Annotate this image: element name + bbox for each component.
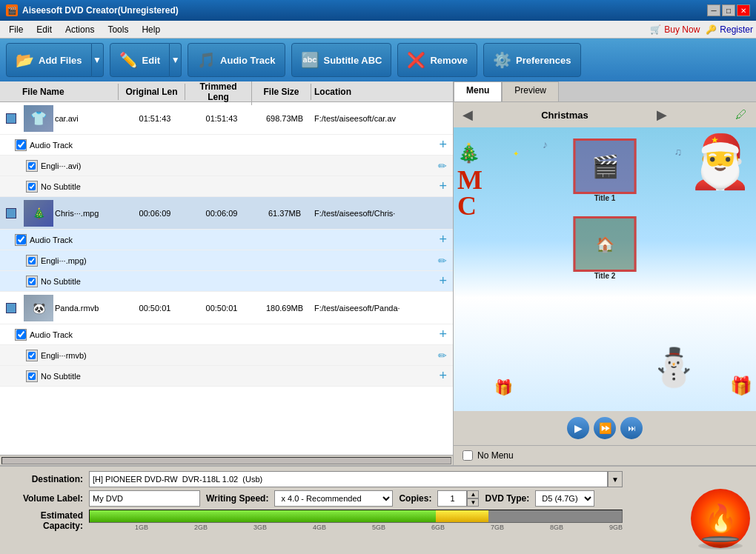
list-item[interactable]: Engli···.mpg) ✏ bbox=[0, 250, 453, 271]
add-subtitle-icon[interactable]: + bbox=[439, 178, 447, 194]
table-row[interactable]: 🐼 Panda.rmvb 00:50:01 00:50:01 180.69MB … bbox=[0, 292, 453, 324]
track-checkbox-icon[interactable] bbox=[15, 329, 27, 341]
edit-audio-icon[interactable]: ✏ bbox=[438, 255, 447, 267]
capacity-markers: 1GB 2GB 3GB 4GB 5GB 6GB 7GB 8GB 9GB bbox=[89, 524, 623, 531]
file-thumbnail: 👕 bbox=[24, 105, 53, 132]
menu-file[interactable]: File bbox=[3, 23, 29, 36]
list-item[interactable]: No Subtitle + bbox=[0, 271, 453, 292]
audio-track-label: Audio Track bbox=[30, 330, 439, 339]
writing-speed-select[interactable]: x 4.0 - Recommended bbox=[274, 490, 393, 507]
table-row[interactable]: 🎄 Chris···.mpg 00:06:09 00:06:09 61.37MB… bbox=[0, 197, 453, 230]
track-checkbox-icon[interactable] bbox=[15, 139, 27, 151]
file-name: car.avi bbox=[55, 114, 122, 123]
no-menu-checkbox[interactable] bbox=[462, 450, 473, 461]
list-item[interactable]: Audio Track + bbox=[0, 230, 453, 250]
app-icon: 🎬 bbox=[6, 4, 18, 16]
audio-track-icon: 🎵 bbox=[197, 51, 216, 69]
subtitle-checkbox-icon[interactable] bbox=[26, 370, 38, 382]
list-item[interactable]: Engli···.avi) ✏ bbox=[0, 156, 453, 176]
fast-forward-button[interactable]: ⏩ bbox=[594, 417, 616, 439]
gift-icon: 🎁 bbox=[730, 376, 752, 396]
writing-speed-wrapper: x 4.0 - Recommended bbox=[274, 490, 393, 507]
title-1-label: Title 1 bbox=[574, 194, 637, 202]
add-track-icon[interactable]: + bbox=[439, 327, 447, 342]
tab-menu[interactable]: Menu bbox=[454, 81, 502, 101]
sub-checkbox-icon[interactable] bbox=[26, 350, 38, 361]
menu-help[interactable]: Help bbox=[136, 23, 166, 36]
add-subtitle-icon[interactable]: + bbox=[439, 368, 447, 384]
menu-edit[interactable]: Edit bbox=[30, 23, 58, 36]
file-trimmed-len: 01:51:43 bbox=[188, 114, 255, 123]
edit-audio-icon[interactable]: ✏ bbox=[438, 160, 447, 172]
copies-input[interactable] bbox=[437, 490, 467, 507]
edit-menu-icon[interactable]: 🖊 bbox=[735, 108, 747, 121]
list-item[interactable]: No Subtitle + bbox=[0, 366, 453, 387]
close-button[interactable]: ✕ bbox=[737, 4, 750, 16]
copies-spin-buttons: ▲ ▼ bbox=[467, 490, 479, 507]
capacity-bar bbox=[89, 510, 623, 523]
file-list-body[interactable]: 👕 car.avi 01:51:43 01:51:43 698.73MB F:/… bbox=[0, 102, 453, 455]
list-item[interactable]: Engli···rmvb) ✏ bbox=[0, 345, 453, 366]
table-row[interactable]: 👕 car.avi 01:51:43 01:51:43 698.73MB F:/… bbox=[0, 102, 453, 135]
add-files-arrow[interactable]: ▼ bbox=[92, 43, 104, 77]
destination-input[interactable] bbox=[89, 471, 608, 487]
register-button[interactable]: 🔑 Register bbox=[706, 24, 753, 35]
burn-icon-container[interactable]: 🔥 bbox=[691, 489, 750, 548]
destination-dropdown-arrow[interactable]: ▼ bbox=[608, 471, 623, 487]
horizontal-scrollbar[interactable] bbox=[0, 455, 453, 465]
cap-marker-4gb: 4GB bbox=[267, 524, 326, 531]
edit-button[interactable]: ✏️ Edit bbox=[110, 43, 170, 77]
subtitle-checkbox-icon[interactable] bbox=[26, 276, 38, 287]
toolbar: 📂 Add Files ▼ ✏️ Edit ▼ 🎵 Audio Track 🔤 … bbox=[0, 39, 756, 81]
add-subtitle-icon[interactable]: + bbox=[439, 273, 447, 289]
hscroll-track[interactable] bbox=[1, 457, 451, 464]
tab-preview[interactable]: Preview bbox=[502, 81, 559, 101]
file-location: F:/test/aiseesoft/car.av bbox=[314, 114, 453, 123]
add-track-icon[interactable]: + bbox=[439, 137, 447, 153]
volume-label-input[interactable] bbox=[89, 490, 200, 507]
add-track-icon[interactable]: + bbox=[439, 232, 447, 247]
menu-title: Christmas bbox=[541, 110, 588, 121]
dvd-type-select[interactable]: D5 (4.7G) bbox=[535, 490, 594, 507]
preview-nav: ◀ Christmas ▶ 🖊 bbox=[454, 102, 756, 127]
prev-arrow[interactable]: ◀ bbox=[462, 107, 473, 123]
list-item[interactable]: No Subtitle + bbox=[0, 176, 453, 197]
row-drag-icon bbox=[0, 208, 22, 218]
minimize-button[interactable]: ─ bbox=[707, 4, 720, 16]
preferences-button[interactable]: ⚙️ Preferences bbox=[483, 43, 580, 77]
santa-icon: 🎅 bbox=[688, 131, 752, 192]
col-header-filename: File Name bbox=[0, 84, 119, 100]
file-size: 698.73MB bbox=[255, 114, 314, 123]
sub-checkbox-icon[interactable] bbox=[26, 160, 38, 172]
copies-up-button[interactable]: ▲ bbox=[467, 490, 479, 498]
skip-button[interactable]: ⏭ bbox=[620, 417, 643, 439]
col-header-filesize: File Size bbox=[252, 84, 311, 100]
menu-tools[interactable]: Tools bbox=[102, 23, 134, 36]
cap-marker-5gb: 5GB bbox=[326, 524, 385, 531]
list-item[interactable]: Audio Track + bbox=[0, 135, 453, 156]
row-drag-icon bbox=[0, 113, 22, 124]
edit-arrow[interactable]: ▼ bbox=[170, 43, 182, 77]
remove-button[interactable]: ❌ Remove bbox=[397, 43, 477, 77]
add-files-icon: 📂 bbox=[16, 51, 34, 69]
audio-track-button[interactable]: 🎵 Audio Track bbox=[188, 43, 285, 77]
sub-checkbox-icon[interactable] bbox=[26, 255, 38, 267]
subtitle-button[interactable]: 🔤 Subtitle ABC bbox=[291, 43, 392, 77]
title-2-label: Title 2 bbox=[574, 272, 637, 280]
bottom-panel: Destination: ▼ Volume Label: Writing Spe… bbox=[0, 465, 756, 554]
capacity-bar-wrapper: 1GB 2GB 3GB 4GB 5GB 6GB 7GB 8GB 9GB bbox=[89, 510, 623, 531]
no-menu-row: No Menu bbox=[454, 445, 756, 465]
track-checkbox-icon[interactable] bbox=[15, 234, 27, 246]
edit-icon: ✏️ bbox=[119, 51, 138, 69]
add-files-button[interactable]: 📂 Add Files bbox=[6, 43, 92, 77]
next-arrow[interactable]: ▶ bbox=[657, 107, 667, 123]
menu-actions[interactable]: Actions bbox=[59, 23, 100, 36]
buy-now-button[interactable]: 🛒 Buy Now bbox=[650, 24, 700, 35]
list-item[interactable]: Audio Track + bbox=[0, 324, 453, 345]
maximize-button[interactable]: □ bbox=[722, 4, 735, 16]
subtitle-checkbox-icon[interactable] bbox=[26, 181, 38, 193]
copies-down-button[interactable]: ▼ bbox=[467, 498, 479, 507]
play-button[interactable]: ▶ bbox=[567, 417, 589, 439]
estimated-capacity-label: Estimated Capacity: bbox=[9, 510, 83, 531]
edit-audio-icon[interactable]: ✏ bbox=[438, 350, 447, 361]
